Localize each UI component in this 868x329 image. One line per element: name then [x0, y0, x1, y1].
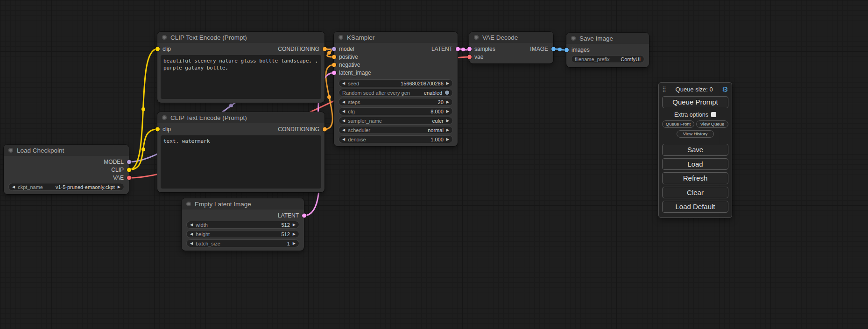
widget-value: v1-5-pruned-emaonly.ckpt: [56, 184, 115, 190]
node-empty-latent-image[interactable]: Empty Latent Image LATENT ◀ width 512 ▶ …: [182, 198, 304, 251]
drag-handle-icon[interactable]: ⣿: [662, 86, 666, 92]
queue-front-button[interactable]: Queue Front: [662, 120, 694, 128]
increment-arrow-icon[interactable]: ▶: [118, 185, 120, 189]
widget-seed[interactable]: ◀ seed 156680208700286 ▶: [339, 79, 453, 87]
increment-arrow-icon[interactable]: ▶: [446, 138, 449, 141]
port-conditioning-output[interactable]: [323, 47, 327, 51]
decrement-arrow-icon[interactable]: ◀: [342, 110, 345, 113]
widget-height[interactable]: ◀ height 512 ▶: [186, 230, 299, 238]
widget-cfg[interactable]: ◀ cfg 8.000 ▶: [339, 107, 453, 115]
prompt-textarea[interactable]: beautiful scenery nature glass bottle la…: [161, 55, 321, 99]
decrement-arrow-icon[interactable]: ◀: [190, 242, 193, 245]
widget-filename-prefix[interactable]: filename_prefix ComfyUI: [571, 55, 644, 63]
queue-panel-header: ⣿ Queue size: 0 ⚙: [662, 84, 728, 94]
port-conditioning-output[interactable]: [323, 127, 327, 131]
port-samples-input[interactable]: [467, 47, 472, 51]
node-clip-text-encode-positive[interactable]: CLIP Text Encode (Prompt) clip CONDITION…: [157, 32, 325, 103]
port-latent-output[interactable]: [302, 213, 306, 217]
widget-label: denoise: [348, 137, 366, 142]
toggle-dot-icon[interactable]: [445, 91, 449, 95]
queue-prompt-button[interactable]: Queue Prompt: [662, 96, 728, 108]
decrement-arrow-icon[interactable]: ◀: [190, 223, 193, 227]
link-midpoint-dot: [327, 95, 331, 99]
clear-button[interactable]: Clear: [662, 187, 728, 199]
collapse-dot-icon[interactable]: [186, 202, 191, 206]
node-title-bar[interactable]: Save Image: [566, 33, 649, 44]
widget-denoise[interactable]: ◀ denoise 1.000 ▶: [339, 135, 453, 143]
collapse-dot-icon[interactable]: [162, 115, 167, 120]
widget-ckpt-name[interactable]: ◀ ckpt_name v1-5-pruned-emaonly.ckpt ▶: [8, 183, 124, 191]
widget-label: steps: [348, 99, 360, 105]
decrement-arrow-icon[interactable]: ◀: [12, 185, 15, 189]
input-label-clip: clip: [162, 126, 171, 133]
node-ksampler[interactable]: KSampler model LATENT positive negative …: [334, 32, 458, 146]
node-save-image[interactable]: Save Image images filename_prefix ComfyU…: [566, 33, 649, 67]
port-latent-output[interactable]: [456, 47, 460, 51]
decrement-arrow-icon[interactable]: ◀: [190, 232, 193, 236]
widget-steps[interactable]: ◀ steps 20 ▶: [339, 98, 453, 106]
port-positive-input[interactable]: [332, 55, 336, 59]
load-button[interactable]: Load: [662, 158, 728, 170]
widget-scheduler[interactable]: ◀ scheduler normal ▶: [339, 126, 453, 134]
widget-sampler-name[interactable]: ◀ sampler_name euler ▶: [339, 117, 453, 125]
node-title-bar[interactable]: CLIP Text Encode (Prompt): [157, 112, 325, 123]
input-label-negative: negative: [339, 62, 360, 68]
node-title-bar[interactable]: VAE Decode: [469, 32, 553, 43]
node-title-bar[interactable]: CLIP Text Encode (Prompt): [157, 32, 325, 43]
refresh-button[interactable]: Refresh: [662, 172, 728, 184]
increment-arrow-icon[interactable]: ▶: [446, 128, 449, 132]
decrement-arrow-icon[interactable]: ◀: [342, 128, 345, 132]
widget-batch-size[interactable]: ◀ batch_size 1 ▶: [186, 239, 299, 247]
port-negative-input[interactable]: [332, 63, 336, 67]
port-clip-input[interactable]: [155, 127, 160, 131]
save-button[interactable]: Save: [662, 144, 728, 156]
settings-gear-icon[interactable]: ⚙: [722, 86, 728, 93]
decrement-arrow-icon[interactable]: ◀: [342, 119, 345, 123]
decrement-arrow-icon[interactable]: ◀: [342, 82, 345, 85]
increment-arrow-icon[interactable]: ▶: [446, 82, 449, 85]
collapse-dot-icon[interactable]: [339, 35, 343, 40]
decrement-arrow-icon[interactable]: ◀: [342, 100, 345, 104]
widget-random-seed[interactable]: Random seed after every gen enabled: [339, 89, 453, 97]
collapse-dot-icon[interactable]: [474, 35, 479, 40]
input-label-samples: samples: [474, 46, 495, 52]
widget-width[interactable]: ◀ width 512 ▶: [186, 221, 299, 229]
slot-row: LATENT: [182, 211, 304, 219]
increment-arrow-icon[interactable]: ▶: [293, 223, 296, 227]
node-vae-decode[interactable]: VAE Decode samples IMAGE vae: [469, 32, 553, 63]
node-load-checkpoint[interactable]: Load Checkpoint MODEL CLIP VAE ◀ ckpt_na…: [4, 145, 129, 194]
collapse-dot-icon[interactable]: [571, 36, 576, 41]
increment-arrow-icon[interactable]: ▶: [293, 242, 296, 245]
node-title-bar[interactable]: KSampler: [334, 32, 458, 43]
increment-arrow-icon[interactable]: ▶: [446, 100, 449, 104]
slot-row: vae: [469, 53, 553, 61]
view-queue-button[interactable]: View Queue: [696, 120, 728, 128]
node-title: KSampler: [347, 34, 374, 41]
port-clip-output[interactable]: [127, 168, 131, 172]
port-latent-image-input[interactable]: [332, 70, 336, 75]
node-title-bar[interactable]: Load Checkpoint: [4, 145, 129, 156]
port-images-input[interactable]: [565, 48, 569, 52]
slot-row: MODEL: [4, 158, 129, 166]
collapse-dot-icon[interactable]: [162, 35, 167, 40]
node-title-bar[interactable]: Empty Latent Image: [182, 198, 304, 210]
increment-arrow-icon[interactable]: ▶: [293, 232, 296, 236]
prompt-textarea[interactable]: text, watermark: [161, 135, 321, 189]
increment-arrow-icon[interactable]: ▶: [446, 110, 449, 113]
port-model-input[interactable]: [332, 47, 336, 51]
decrement-arrow-icon[interactable]: ◀: [342, 138, 345, 141]
node-clip-text-encode-negative[interactable]: CLIP Text Encode (Prompt) clip CONDITION…: [157, 112, 325, 192]
port-vae-input[interactable]: [467, 55, 472, 59]
extra-options-checkbox[interactable]: [711, 112, 716, 117]
link-midpoint-dot: [229, 104, 233, 107]
collapse-dot-icon[interactable]: [8, 148, 13, 153]
port-model-output[interactable]: [127, 160, 131, 164]
port-vae-output[interactable]: [127, 175, 131, 180]
input-label-positive: positive: [339, 54, 358, 60]
view-history-button[interactable]: View History: [677, 130, 714, 138]
widget-value: 156680208700286: [401, 81, 444, 86]
port-image-output[interactable]: [551, 47, 556, 51]
increment-arrow-icon[interactable]: ▶: [446, 119, 449, 123]
load-default-button[interactable]: Load Default: [662, 201, 728, 213]
port-clip-input[interactable]: [155, 47, 160, 51]
